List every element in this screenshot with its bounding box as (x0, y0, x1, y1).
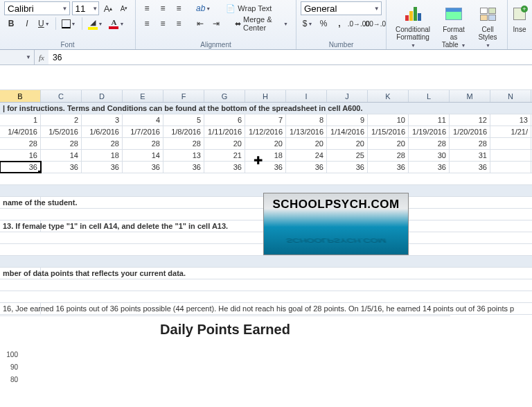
align-right-button[interactable]: ≡ (172, 17, 186, 31)
column-header[interactable]: F (163, 90, 204, 102)
table-row[interactable]: 363636363636363636363636 (0, 162, 532, 173)
chevron-down-icon[interactable]: ▼ (308, 21, 312, 26)
column-header[interactable]: J (327, 90, 368, 102)
cell[interactable]: 12 (450, 114, 490, 125)
chevron-down-icon[interactable]: ▼ (206, 6, 211, 11)
table-row[interactable] (0, 173, 532, 185)
percent-button[interactable]: % (317, 17, 330, 31)
cell[interactable]: 28 (450, 138, 490, 149)
cell[interactable]: 28 (41, 138, 82, 149)
cell[interactable]: 1/15/2016 (368, 126, 409, 137)
align-left-button[interactable]: ≡ (140, 17, 154, 31)
table-row[interactable]: 12345678910111213 (0, 114, 532, 126)
cell[interactable]: 20 (327, 138, 368, 149)
insert-button[interactable]: + Inse (512, 1, 527, 35)
cell[interactable]: 4 (123, 114, 163, 125)
column-header[interactable]: C (41, 90, 82, 102)
cell[interactable]: 13 (163, 150, 204, 161)
cell[interactable]: 1/6/2016 (82, 126, 123, 137)
cell[interactable]: 1/20/2016 (450, 126, 490, 137)
table-row[interactable]: | for instructions. Terms and Conditions… (0, 103, 532, 114)
chart[interactable]: Daily Points Earned 100 90 80 (0, 315, 450, 399)
cell[interactable]: 20 (245, 138, 286, 149)
cell[interactable]: 6 (204, 114, 245, 125)
chevron-down-icon[interactable]: ▼ (283, 21, 288, 26)
cell[interactable]: 1/8/2016 (163, 126, 204, 137)
align-top-button[interactable]: ≡ (140, 1, 154, 15)
column-header[interactable]: B (0, 90, 41, 102)
cell[interactable]: 1/11/2016 (204, 126, 245, 137)
italic-button[interactable]: I (20, 17, 34, 31)
chevron-down-icon[interactable]: ▼ (119, 21, 124, 26)
cell[interactable]: 36 (245, 162, 286, 173)
align-center-button[interactable]: ≡ (156, 17, 170, 31)
column-header[interactable]: K (368, 90, 409, 102)
cell[interactable]: 36 (123, 162, 163, 173)
cell[interactable]: 28 (123, 138, 163, 149)
cell[interactable]: 31 (450, 150, 490, 161)
cell[interactable]: 14 (41, 150, 82, 161)
cell[interactable]: 9 (327, 114, 368, 125)
align-middle-button[interactable]: ≡ (156, 1, 170, 15)
cell[interactable]: 30 (409, 150, 450, 161)
number-format-input[interactable] (301, 3, 373, 14)
comma-button[interactable]: , (332, 17, 346, 31)
merge-center-button[interactable]: ⬌Merge & Center▼ (231, 17, 292, 31)
column-header[interactable]: E (123, 90, 163, 102)
font-size-input[interactable] (73, 3, 92, 14)
cell[interactable]: 36 (409, 162, 450, 173)
cell[interactable]: 36 (368, 162, 409, 173)
cell[interactable]: 21 (204, 150, 245, 161)
cell[interactable]: 1/19/2016 (409, 126, 450, 137)
cell[interactable]: 36 (204, 162, 245, 173)
cell[interactable]: 18 (245, 150, 286, 161)
cell[interactable]: 1/21/ (490, 126, 531, 137)
cell[interactable]: 20 (368, 138, 409, 149)
bold-button[interactable]: B (4, 17, 18, 31)
cell[interactable]: 28 (0, 138, 41, 149)
conditional-formatting-button[interactable]: Conditional Formatting ▼ (391, 1, 435, 51)
cell[interactable]: 5 (163, 114, 204, 125)
cell[interactable]: 36 (82, 162, 123, 173)
table-row[interactable]: 161418141321182425283031 (0, 150, 532, 162)
currency-button[interactable]: $▼ (301, 17, 314, 31)
fill-color-button[interactable]: ◢▼ (86, 17, 105, 31)
table-row[interactable] (0, 291, 532, 303)
chevron-down-icon[interactable]: ▼ (98, 21, 103, 26)
cell[interactable] (490, 162, 531, 173)
font-color-button[interactable]: A▼ (107, 17, 126, 31)
font-size-combo[interactable]: ▼ (72, 1, 99, 15)
cell[interactable]: 1/14/2016 (327, 126, 368, 137)
decrease-decimal-button[interactable]: .00→.0 (368, 17, 382, 31)
cell[interactable]: 1/12/2016 (245, 126, 286, 137)
column-header[interactable]: I (286, 90, 327, 102)
font-name-combo[interactable]: ▼ (4, 1, 70, 15)
cell[interactable]: 8 (286, 114, 327, 125)
cell[interactable]: 28 (409, 138, 450, 149)
cell-styles-button[interactable]: Cell Styles ▼ (472, 1, 503, 51)
column-header[interactable]: H (245, 90, 286, 102)
column-headers[interactable]: B C D E F G H I J K L M N (0, 90, 532, 103)
table-row[interactable]: mber of data points that reflects your c… (0, 268, 532, 279)
cell[interactable]: 36 (0, 162, 41, 173)
border-button[interactable]: ▼ (60, 17, 78, 31)
font-name-input[interactable] (5, 3, 61, 14)
cell[interactable] (490, 150, 531, 161)
table-row[interactable]: 1/4/20161/5/20161/6/20161/7/20161/8/2016… (0, 126, 532, 138)
number-format-combo[interactable]: ▼ (301, 1, 382, 15)
cell[interactable]: 14 (123, 150, 163, 161)
cell[interactable]: 13 (490, 114, 531, 125)
cell[interactable]: 36 (450, 162, 490, 173)
chevron-down-icon[interactable]: ▼ (92, 6, 98, 12)
align-bottom-button[interactable]: ≡ (172, 1, 186, 15)
name-box[interactable]: ▼ (0, 50, 35, 64)
wrap-text-button[interactable]: 📄Wrap Text (222, 1, 275, 15)
cell[interactable]: 11 (409, 114, 450, 125)
shrink-font-button[interactable]: A▾ (117, 1, 131, 15)
cell[interactable]: 20 (286, 138, 327, 149)
chevron-down-icon[interactable]: ▼ (61, 6, 69, 12)
chevron-down-icon[interactable]: ▼ (26, 54, 31, 60)
cell[interactable]: 16 (0, 150, 41, 161)
chevron-down-icon[interactable]: ▼ (373, 6, 381, 12)
table-row[interactable] (0, 256, 532, 268)
